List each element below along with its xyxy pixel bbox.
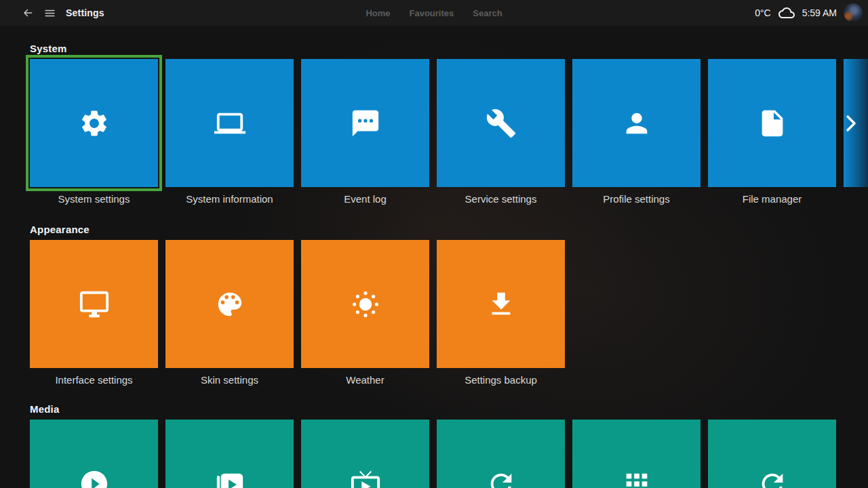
topbar-nav: Home Favourites Search bbox=[366, 0, 502, 26]
tile-settings-backup[interactable] bbox=[437, 240, 565, 368]
tile-label: System settings bbox=[30, 193, 158, 205]
section-media: Media bbox=[30, 403, 868, 488]
tile-label: Service settings bbox=[437, 193, 565, 205]
clock-label: 5:59 AM bbox=[802, 7, 837, 18]
tile-label: Interface settings bbox=[30, 374, 158, 386]
tile-label: Profile settings bbox=[572, 193, 701, 205]
settings-grid: System System settings System informatio… bbox=[0, 26, 868, 488]
section-title-system: System bbox=[30, 43, 868, 54]
tile-label: File manager bbox=[708, 193, 836, 205]
chat-bubble-icon bbox=[350, 108, 381, 139]
user-avatar[interactable] bbox=[844, 3, 863, 22]
menu-button[interactable] bbox=[43, 7, 56, 20]
tile-event-log[interactable] bbox=[301, 59, 429, 187]
tile-media-library[interactable] bbox=[572, 420, 701, 488]
section-system: System System settings System informatio… bbox=[30, 43, 868, 205]
tile-label: Weather bbox=[301, 374, 429, 386]
tile-system-settings[interactable] bbox=[30, 59, 158, 187]
tile-label: Skin settings bbox=[165, 374, 294, 386]
tile-file-manager[interactable] bbox=[708, 59, 836, 187]
file-icon bbox=[757, 108, 788, 139]
tile-skin-settings[interactable] bbox=[165, 240, 294, 368]
tile-system-more[interactable] bbox=[844, 59, 868, 187]
back-arrow-icon bbox=[20, 6, 34, 20]
tile-media-player[interactable] bbox=[30, 420, 158, 488]
tile-label: Settings backup bbox=[437, 374, 565, 386]
tile-profile-settings[interactable] bbox=[572, 59, 701, 187]
tile-media-settings[interactable] bbox=[165, 420, 294, 488]
tile-label: Event log bbox=[301, 193, 429, 205]
laptop-icon bbox=[214, 108, 245, 139]
tile-weather[interactable] bbox=[301, 240, 429, 368]
tile-service-settings[interactable] bbox=[437, 59, 565, 187]
nav-item-home[interactable]: Home bbox=[366, 8, 390, 18]
tile-live-tv[interactable] bbox=[301, 420, 429, 488]
palette-icon bbox=[214, 289, 245, 320]
refresh-icon bbox=[757, 468, 788, 488]
section-appearance: Appearance Interface settings Skin setti… bbox=[30, 224, 868, 386]
back-button[interactable] bbox=[20, 6, 34, 20]
tile-label: System information bbox=[165, 193, 294, 205]
temperature-label: 0°C bbox=[755, 7, 771, 18]
cloud-icon bbox=[778, 5, 795, 20]
hamburger-menu-icon bbox=[43, 7, 56, 20]
tile-system-information[interactable] bbox=[165, 59, 294, 187]
refresh-icon bbox=[486, 468, 517, 488]
page-title: Settings bbox=[66, 7, 104, 18]
tile-interface-settings[interactable] bbox=[30, 240, 158, 368]
nav-item-search[interactable]: Search bbox=[473, 8, 502, 18]
tile-media-refresh-2[interactable] bbox=[708, 420, 836, 488]
sun-icon bbox=[349, 288, 382, 321]
video-playlist-icon bbox=[214, 468, 245, 488]
play-circle-icon bbox=[79, 468, 110, 488]
tile-media-refresh-1[interactable] bbox=[437, 420, 565, 488]
section-title-media: Media bbox=[30, 403, 868, 415]
download-icon bbox=[486, 289, 517, 320]
person-icon bbox=[621, 108, 652, 139]
monitor-icon bbox=[79, 289, 110, 320]
top-bar: Settings Home Favourites Search 0°C 5:59… bbox=[0, 0, 868, 26]
chevron-right-icon bbox=[846, 113, 856, 134]
wrench-icon bbox=[486, 108, 517, 139]
apps-grid-icon bbox=[621, 468, 652, 488]
section-title-appearance: Appearance bbox=[30, 224, 868, 235]
live-tv-icon bbox=[350, 468, 381, 488]
nav-item-favourites[interactable]: Favourites bbox=[410, 8, 454, 18]
gear-icon bbox=[79, 108, 110, 139]
